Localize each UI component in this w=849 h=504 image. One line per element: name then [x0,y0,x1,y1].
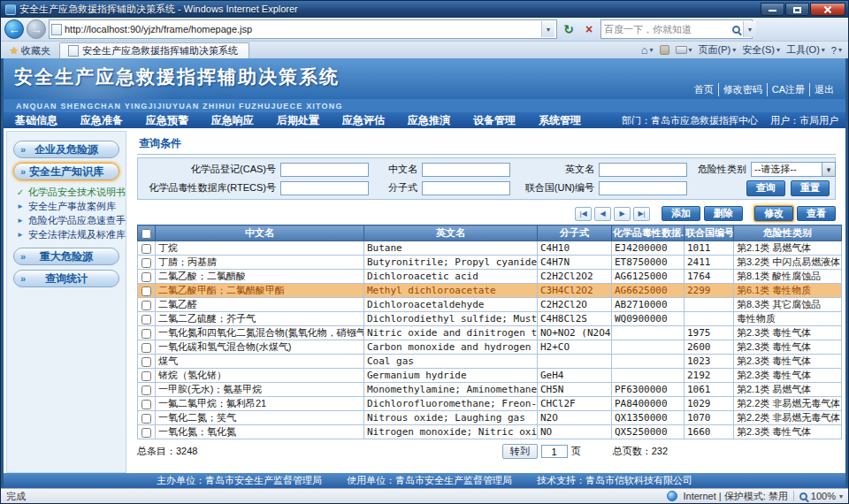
reset-button[interactable]: 重置 [791,180,830,196]
tab-active[interactable]: 安全生产应急救援指挥辅助决策系统 [59,42,249,58]
address-bar[interactable]: ▾ [49,19,557,39]
formula-input[interactable] [422,181,510,195]
command-menu-item[interactable]: 页面(P)▾ [699,43,737,57]
table-row[interactable]: 丁腈；丙基腈 Butyronitrile; Propyl cyanide C4H… [138,256,842,270]
cell-formula: NO [538,425,612,439]
row-checkbox[interactable] [142,329,151,339]
forward-button[interactable]: → [27,19,46,39]
nav-item[interactable]: 应急评估 [331,113,396,128]
back-button[interactable]: ← [4,19,24,39]
table-row[interactable]: 一氧化二氮；笑气 Nitrous oxide; Laughing gas N2O… [138,411,842,425]
table-row[interactable]: 二氯二乙硫醚；芥子气 Dichlorodiethyl sulfide; Must… [138,312,842,326]
home-button[interactable]: ⌂▾ [641,43,654,57]
sidebar-item-enterprise[interactable]: »企业及危险源 [13,141,119,158]
cell-rtecs: ET8750000 [612,256,685,270]
header-link[interactable]: CA注册 [767,83,809,96]
table-row[interactable]: 锗烷（氢化锗） Germanium hydride GeH4 2192 第2.3… [138,369,842,383]
pager-button[interactable]: |◀ [575,207,592,221]
zoom-control[interactable]: 100% ▾ [799,491,843,501]
sidebar-subitem[interactable]: ► 安全生产事故案例库 [16,199,126,213]
table-row[interactable]: 煤气 Coal gas 1023 第2.3类 毒性气体 [138,355,842,369]
page-number-input[interactable] [541,445,568,458]
cell-cn-name: 二氯乙醛 [156,298,364,312]
row-checkbox[interactable] [142,371,151,381]
en-name-input[interactable] [599,163,687,177]
table-row[interactable]: 丁烷 Butane C4H10 EJ4200000 1011 第2.1类 易燃气… [138,241,842,256]
row-checkbox[interactable] [142,400,151,409]
table-row[interactable]: 一氧化氮；氧化氮 Nitrogen monoxide; Nitric oxide… [138,425,842,439]
select-all-checkbox[interactable] [142,229,151,239]
row-checkbox[interactable] [142,357,151,367]
favorites-button[interactable]: ★ 收藏夹 [4,43,57,58]
feed-icon[interactable] [660,45,669,55]
nav-item[interactable]: 应急推演 [396,113,462,128]
search-icon[interactable] [732,26,740,34]
sidebar-item-statistics[interactable]: »查询统计 [13,270,119,287]
modify-button[interactable]: 修改 [754,206,793,221]
row-checkbox[interactable] [142,272,151,282]
delete-button[interactable]: 删除 [704,206,743,221]
header-link[interactable]: 退出 [809,83,838,96]
row-checkbox[interactable] [142,286,151,296]
sidebar-item-major-hazard[interactable]: »重大危险源 [13,248,119,265]
close-button[interactable] [810,3,845,16]
nav-item[interactable]: 应急准备 [69,113,134,128]
cas-input[interactable] [280,163,369,177]
table-row[interactable]: 一氧化氮和四氧化二氮混合物(氮氧化物，硝镪气，氧化氮气体) Nitric oxi… [138,326,842,340]
header-link[interactable]: 首页 [690,83,718,96]
print-button[interactable]: ▾ [676,46,692,54]
row-checkbox[interactable] [142,244,151,254]
table-row[interactable]: 一氟二氯甲烷；氟利昂21 Dichlorofluoromethane; Freo… [138,397,842,411]
cell-rtecs: AG6625000 [612,284,685,298]
row-checkbox[interactable] [142,414,151,424]
row-checkbox[interactable] [142,258,151,268]
row-checkbox[interactable] [142,343,151,353]
maximize-button[interactable] [785,3,809,16]
nav-item[interactable]: 基础信息 [4,113,69,128]
search-box[interactable]: ▾ [600,19,753,39]
add-button[interactable]: 添加 [662,206,700,221]
row-checkbox[interactable] [142,301,151,310]
command-menu-item[interactable]: 工具(O)▾ [786,43,825,57]
search-dropdown-icon[interactable]: ▾ [743,21,756,37]
danger-class-select[interactable]: --请选择-- [751,162,836,177]
table-row[interactable]: 二氯乙酸；二氯醋酸 Dichloroacetic acid C2H2Cl2O2 … [138,270,842,284]
sidebar-subitem[interactable]: ► 安全法律法规及标准库 [16,227,126,241]
pager-button[interactable]: ▶| [633,207,650,221]
refresh-button[interactable]: ↻ [560,20,577,38]
table-row[interactable]: 一氧化碳和氢气混合物(水煤气) Carbon monoxide and hydr… [138,340,842,355]
row-checkbox[interactable] [142,315,151,325]
column-header: 中文名 [156,225,364,241]
nav-item[interactable]: 应急预警 [134,113,200,128]
search-button[interactable]: 查询 [746,180,785,196]
nav-item[interactable]: 系统管理 [527,113,593,128]
pager-button[interactable]: ◀ [594,207,611,221]
un-input[interactable] [599,181,687,195]
help-button[interactable]: ?▾ [831,45,842,56]
stop-button[interactable]: × [580,20,598,38]
nav-item[interactable]: 应急响应 [200,113,265,128]
row-checkbox[interactable] [142,386,151,395]
table-row[interactable]: 一甲胺(无水)；氨基甲烷 Monomethylamine; Aminometha… [138,383,842,397]
rtecs-input[interactable] [280,181,369,195]
table-row[interactable]: 二氯乙醛 Dichloroacetaldehyde C2H2Cl2O AB271… [138,298,842,312]
command-menu-item[interactable]: 安全(S)▾ [742,43,780,57]
table-row[interactable]: 二氯乙酸甲酯；二氯醋酸甲酯 Methyl dichloroacetate C3H… [138,284,842,298]
sidebar-subitem[interactable]: ► 危险化学品应急速查手... [16,213,126,227]
goto-page-button[interactable]: 转到 [502,444,538,459]
sidebar-subitem[interactable]: ✓ 化学品安全技术说明书 [16,185,126,199]
view-button[interactable]: 查看 [797,206,836,221]
pager-button[interactable]: ▶ [614,207,631,221]
nav-item[interactable]: 后期处置 [265,113,331,128]
search-input[interactable] [604,24,730,34]
row-checkbox[interactable] [142,428,151,438]
sidebar-item-knowledge[interactable]: »安全生产知识库 [13,163,119,180]
header-link[interactable]: 修改密码 [718,83,767,96]
nav-item[interactable]: 设备管理 [462,113,527,128]
main-panel: 查询条件 化学品登记(CAS)号 中文名 英文名 危险性类别 --请选择-- 化… [130,131,843,473]
address-dropdown-icon[interactable]: ▾ [541,21,555,37]
cell-en-name: Nitrous oxide; Laughing gas [364,411,538,425]
cn-name-input[interactable] [422,163,510,177]
address-input[interactable] [65,24,539,34]
minimize-button[interactable] [761,3,784,16]
